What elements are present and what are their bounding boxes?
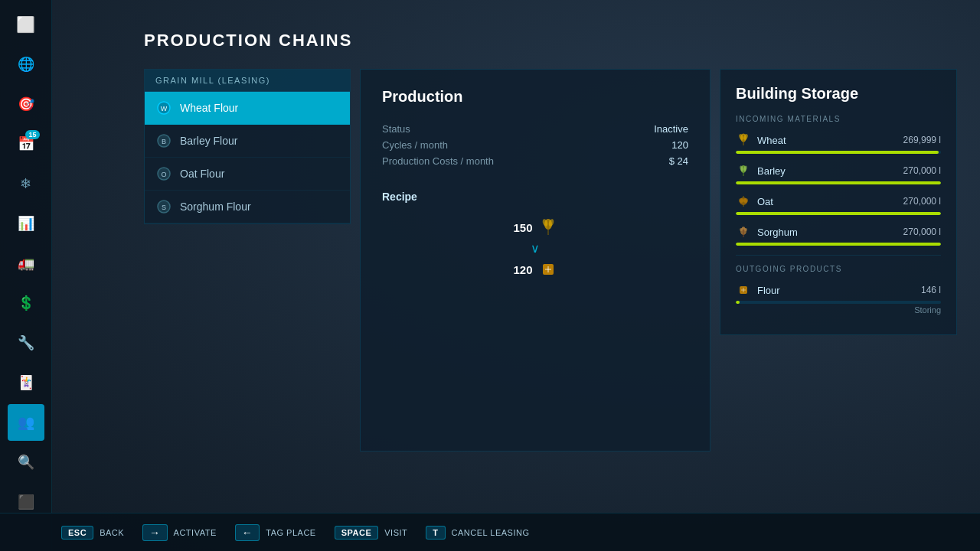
recipe-items: 150 ∨ 120 xyxy=(382,218,688,279)
sidebar-item-tools[interactable]: 🔧 xyxy=(8,324,44,361)
snowflake-icon: ❄ xyxy=(20,175,31,192)
globe-icon: 🌐 xyxy=(18,56,34,73)
sorghum-progress-fill xyxy=(736,243,941,246)
tag-key: ← xyxy=(235,524,260,541)
sidebar-item-people[interactable]: 👥 xyxy=(8,404,44,441)
sidebar-item-settings2[interactable]: 🔍 xyxy=(8,444,44,481)
tag-place-label: TAG PLACE xyxy=(266,528,315,537)
sidebar-item-chart[interactable]: 📊 xyxy=(8,205,44,242)
production-panel: Production Status Inactive Cycles / mont… xyxy=(360,69,710,452)
sorghum-name: Sorghum xyxy=(757,227,798,238)
recipe-input-amount: 150 xyxy=(513,221,532,234)
page-title: PRODUCTION CHAINS xyxy=(144,31,957,51)
barley-amount: 270,000 l xyxy=(903,165,941,176)
wheat-amount: 269,999 l xyxy=(903,135,941,145)
chains-header: GRAIN MILL (LEASING) xyxy=(145,70,350,92)
box-icon: ⬛ xyxy=(18,494,34,510)
sorghum-material-icon xyxy=(736,224,751,240)
sorghum-info: Sorghum 270,000 l xyxy=(736,224,941,240)
svg-text:O: O xyxy=(161,171,166,178)
sidebar-item-home[interactable]: ⬜ xyxy=(8,6,44,43)
cycles-label: Cycles / month xyxy=(382,139,448,151)
sidebar-item-truck[interactable]: 🚛 xyxy=(8,245,44,282)
t-key: T xyxy=(426,526,445,540)
action-visit[interactable]: SPACE VISIT xyxy=(335,526,408,540)
wheat-material-icon xyxy=(736,132,751,148)
chart-icon: 📊 xyxy=(18,215,34,232)
flour-status: Storing xyxy=(736,305,941,315)
space-key: SPACE xyxy=(335,526,379,540)
recipe-arrow-icon: ∨ xyxy=(531,241,540,256)
oat-amount: 270,000 l xyxy=(903,196,941,207)
sidebar-item-cards[interactable]: 🃏 xyxy=(8,364,44,401)
wheat-progress-bar xyxy=(736,151,941,154)
panels-row: GRAIN MILL (LEASING) W Wheat Flour B xyxy=(144,69,957,452)
action-tag-place[interactable]: ← TAG PLACE xyxy=(235,524,316,541)
action-activate[interactable]: → ACTIVATE xyxy=(142,524,217,541)
chain-item-sorghum-flour[interactable]: S Sorghum Flour xyxy=(145,191,350,223)
wheat-left: Wheat xyxy=(736,132,786,148)
cards-icon: 🃏 xyxy=(18,374,34,391)
chain-item-barley-flour[interactable]: B Barley Flour xyxy=(145,125,350,158)
material-row-flour: Flour 146 l Storing xyxy=(736,282,941,315)
material-row-barley: Barley 270,000 l xyxy=(736,163,941,184)
action-cancel-leasing[interactable]: T CANCEL LEASING xyxy=(426,526,529,540)
action-back[interactable]: ESC BACK xyxy=(61,526,124,540)
main-content: PRODUCTION CHAINS GRAIN MILL (LEASING) W… xyxy=(52,0,980,551)
sidebar-item-wheel[interactable]: 🎯 xyxy=(8,86,44,122)
chain-item-oat-flour[interactable]: O Oat Flour xyxy=(145,158,350,191)
barley-progress-fill xyxy=(736,181,941,184)
production-stats: Status Inactive Cycles / month 120 Produ… xyxy=(382,121,688,169)
sorghum-progress-bar xyxy=(736,243,941,246)
sorghum-flour-icon: S xyxy=(155,198,172,215)
oat-info: Oat 270,000 l xyxy=(736,194,941,209)
costs-label: Production Costs / month xyxy=(382,155,494,167)
chain-item-wheat-flour[interactable]: W Wheat Flour xyxy=(145,92,350,125)
recipe-input: 150 xyxy=(513,218,557,236)
barley-info: Barley 270,000 l xyxy=(736,163,941,178)
flour-progress-bar xyxy=(736,301,941,304)
sidebar-item-calendar[interactable]: 📅 15 xyxy=(8,126,44,162)
chains-panel: GRAIN MILL (LEASING) W Wheat Flour B xyxy=(144,69,351,224)
sidebar-item-snowflake[interactable]: ❄ xyxy=(8,165,44,202)
svg-point-25 xyxy=(739,198,743,203)
flour-progress-fill xyxy=(736,301,740,304)
sidebar-item-coin[interactable]: 💲 xyxy=(8,285,44,321)
incoming-materials-subtitle: INCOMING MATERIALS xyxy=(736,115,941,123)
recipe-output-icon xyxy=(539,260,557,279)
flour-name: Flour xyxy=(757,285,780,296)
storage-title: Building Storage xyxy=(736,85,941,103)
flour-amount: 146 l xyxy=(921,285,941,295)
oat-flour-label: Oat Flour xyxy=(180,168,224,180)
flour-left: Flour xyxy=(736,282,780,298)
barley-material-icon xyxy=(736,163,751,178)
wheat-info: Wheat 269,999 l xyxy=(736,132,941,148)
status-value: Inactive xyxy=(654,123,688,135)
svg-text:W: W xyxy=(161,105,168,112)
back-label: BACK xyxy=(100,528,124,537)
material-row-sorghum: Sorghum 270,000 l xyxy=(736,224,941,246)
costs-value: $ 24 xyxy=(669,155,688,167)
tools-icon: 🔧 xyxy=(18,334,34,351)
oat-name: Oat xyxy=(757,196,773,207)
flour-info: Flour 146 l xyxy=(736,282,941,298)
barley-flour-label: Barley Flour xyxy=(180,135,237,147)
wheat-progress-fill xyxy=(736,151,939,154)
coin-icon: 💲 xyxy=(18,295,34,311)
production-title: Production xyxy=(382,88,688,106)
barley-name: Barley xyxy=(757,165,786,177)
calendar-badge: 15 xyxy=(25,130,39,139)
people-icon: 👥 xyxy=(18,414,34,431)
recipe-title: Recipe xyxy=(382,191,688,203)
recipe-output-amount: 120 xyxy=(513,263,532,276)
svg-point-31 xyxy=(742,227,745,230)
sorghum-amount: 270,000 l xyxy=(903,227,941,237)
sidebar-item-globe[interactable]: 🌐 xyxy=(8,46,44,83)
svg-point-26 xyxy=(743,198,748,203)
sorghum-left: Sorghum xyxy=(736,224,798,240)
oat-material-icon xyxy=(736,194,751,209)
wheat-flour-icon: W xyxy=(155,99,172,116)
recipe-output: 120 xyxy=(513,260,557,279)
visit-label: VISIT xyxy=(384,528,407,537)
storage-divider xyxy=(736,255,941,256)
